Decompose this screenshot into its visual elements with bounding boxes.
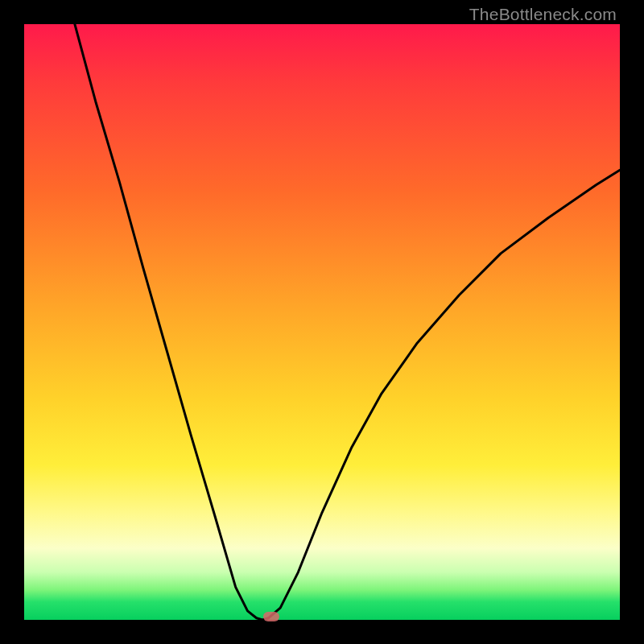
plot-area	[24, 24, 620, 620]
chart-stage: TheBottleneck.com	[0, 0, 644, 644]
bottleneck-marker	[263, 612, 279, 621]
watermark-text: TheBottleneck.com	[469, 5, 617, 24]
bottleneck-curve	[75, 24, 620, 620]
curve-svg	[24, 24, 620, 620]
